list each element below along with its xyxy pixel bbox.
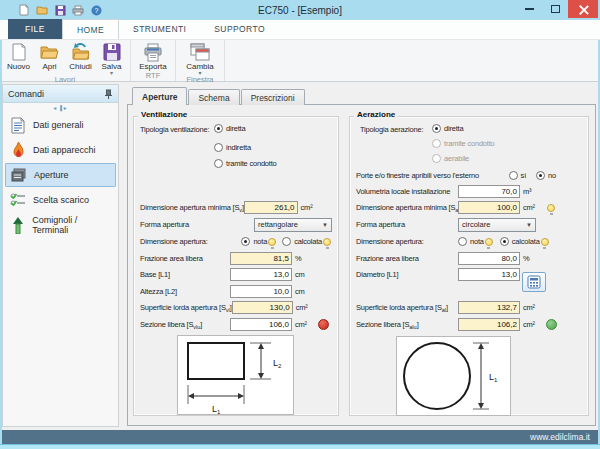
export-printer-icon bbox=[142, 42, 164, 62]
sidebar-item-dati-apparecchi[interactable]: Dati apparecchi bbox=[5, 138, 116, 162]
tab-file[interactable]: FILE bbox=[8, 19, 62, 39]
main-content: Aperture Schema Prescrizioni Ventilazion… bbox=[126, 82, 597, 427]
volumetria-input[interactable]: 70,0 bbox=[458, 185, 520, 198]
tab-schema[interactable]: Schema bbox=[188, 89, 239, 105]
unit-label: cm bbox=[292, 270, 318, 279]
tipologia-ventilazione-label: Tipologia ventilazione: bbox=[140, 125, 209, 134]
minimize-button[interactable] bbox=[516, 0, 542, 18]
radio-icon bbox=[458, 237, 467, 246]
sidebar-collapse-handle[interactable]: ◄▐► bbox=[3, 103, 118, 112]
field-label: Dimensione apertura: bbox=[356, 237, 458, 246]
sidebar-item-aperture[interactable]: Aperture bbox=[5, 163, 116, 187]
unit-label: cm² bbox=[298, 203, 321, 212]
frazione-area-libera-input[interactable]: 80,0 bbox=[458, 252, 520, 265]
statusbar-link[interactable]: www.edilclima.it bbox=[530, 432, 590, 442]
esporta-button[interactable]: Esporta bbox=[134, 41, 172, 71]
calculator-button[interactable] bbox=[522, 272, 546, 292]
document-lines-icon bbox=[9, 116, 27, 134]
diametro-input[interactable]: 13,0 bbox=[458, 268, 520, 281]
svg-text:L2: L2 bbox=[273, 358, 282, 369]
window-border-bottom bbox=[0, 444, 600, 449]
close-icon bbox=[579, 5, 588, 14]
pin-icon[interactable] bbox=[104, 85, 113, 103]
radio-aerazione-diretta[interactable]: diretta bbox=[432, 124, 463, 133]
tab-strumenti[interactable]: STRUMENTI bbox=[119, 19, 200, 39]
app-window: ? EC750 - [Esempio] FILE HOME STRUMENTI … bbox=[0, 0, 600, 449]
base-input[interactable]: 13,0 bbox=[230, 268, 292, 281]
circular-opening-diagram: L1 bbox=[396, 336, 511, 416]
radio-nota[interactable]: nota bbox=[241, 237, 267, 246]
content-tabstrip: Aperture Schema Prescrizioni bbox=[132, 87, 306, 105]
radio-icon bbox=[432, 154, 441, 163]
radio-aerazione-aerabile[interactable]: aerabile bbox=[432, 154, 469, 163]
radio-ventilazione-indiretta[interactable]: indiretta bbox=[214, 143, 251, 152]
hint-bulb-icon[interactable] bbox=[268, 238, 276, 246]
sidebar-item-comignoli[interactable]: Comignoli / Terminali bbox=[5, 213, 116, 237]
tab-aperture[interactable]: Aperture bbox=[132, 87, 187, 105]
forma-apertura-row: Forma apertura rettangolare▼ bbox=[140, 217, 332, 232]
base-row: Base [L1] 13,0 cm bbox=[140, 267, 332, 282]
radio-icon bbox=[241, 237, 250, 246]
sidebar-item-dati-generali[interactable]: Dati generali bbox=[5, 113, 116, 137]
unit-label: cm² bbox=[520, 320, 546, 329]
field-label: Base [L1] bbox=[140, 270, 230, 279]
radio-no[interactable]: no bbox=[536, 171, 556, 180]
chevron-down-icon: ▼ bbox=[526, 222, 532, 228]
dimensione-apertura-minima-input[interactable]: 261,0 bbox=[244, 201, 298, 214]
radio-nota[interactable]: nota bbox=[458, 237, 484, 246]
dimensione-apertura-minima-row: Dimensione apertura minima [Sa] 100,0 cm… bbox=[356, 200, 582, 215]
nuovo-button[interactable]: Nuovo bbox=[3, 41, 34, 71]
calculator-icon bbox=[527, 275, 541, 289]
hint-bulb-icon[interactable] bbox=[323, 238, 331, 246]
radio-si[interactable]: sì bbox=[509, 171, 526, 180]
tab-supporto[interactable]: SUPPORTO bbox=[200, 19, 279, 39]
ribbon: Nuovo Apri Chiudi bbox=[0, 40, 600, 82]
close-folder-icon bbox=[70, 42, 92, 62]
unit-label: cm² bbox=[293, 303, 319, 312]
field-label: Sezione libera [Salu] bbox=[356, 320, 458, 330]
radio-ventilazione-tramite-condotto[interactable]: tramite condotto bbox=[214, 159, 277, 168]
close-button[interactable] bbox=[568, 0, 598, 18]
forma-apertura-select[interactable]: rettangolare▼ bbox=[254, 218, 332, 232]
unit-label: % bbox=[292, 254, 318, 263]
sidebar-item-label: Scelta scarico bbox=[33, 195, 89, 205]
hint-bulb-icon[interactable] bbox=[541, 238, 549, 246]
tab-home[interactable]: HOME bbox=[62, 19, 119, 39]
stacked-documents-icon bbox=[10, 166, 28, 184]
aperture-tab-page: Ventilazione Tipologia ventilazione: dir… bbox=[127, 104, 596, 426]
field-label: Frazione area libera bbox=[356, 254, 458, 263]
altezza-input[interactable]: 10,0 bbox=[230, 285, 292, 298]
svg-text:L1: L1 bbox=[489, 372, 498, 383]
sezione-libera-input[interactable]: 106,0 bbox=[230, 318, 292, 331]
sidebar-item-scelta-scarico[interactable]: Scelta scarico bbox=[5, 188, 116, 212]
ribbon-group-lavori: Nuovo Apri Chiudi bbox=[0, 40, 131, 81]
dimensione-apertura-minima-input[interactable]: 100,0 bbox=[458, 201, 520, 214]
sezione-libera-input[interactable]: 106,2 bbox=[458, 318, 520, 331]
cambia-button[interactable]: Cambia ▾ bbox=[179, 41, 221, 75]
chimney-arrow-icon bbox=[9, 216, 26, 234]
radio-calcolata[interactable]: calcolata bbox=[500, 237, 540, 246]
superficie-lorda-input[interactable]: 132,7 bbox=[458, 301, 520, 314]
apri-button[interactable]: Apri bbox=[34, 41, 65, 71]
field-label: Dimensione apertura minima [Sv] bbox=[140, 203, 244, 213]
ventilazione-groupbox: Ventilazione Tipologia ventilazione: dir… bbox=[133, 116, 339, 416]
checklist-icon bbox=[9, 191, 27, 209]
unit-label: % bbox=[520, 254, 546, 263]
superficie-lorda-input[interactable]: 130,0 bbox=[232, 301, 293, 314]
frazione-area-libera-row: Frazione area libera 80,0 % bbox=[356, 251, 582, 266]
forma-apertura-select[interactable]: circolare▼ bbox=[458, 218, 536, 232]
new-file-icon bbox=[8, 42, 30, 62]
field-label: Superficie lorda apertura [Svl] bbox=[140, 303, 232, 313]
tab-prescrizioni[interactable]: Prescrizioni bbox=[241, 89, 305, 105]
field-label: Altezza [L2] bbox=[140, 287, 230, 296]
radio-calcolata[interactable]: calcolata bbox=[282, 237, 322, 246]
salva-button[interactable]: Salva ▾ bbox=[96, 41, 127, 75]
radio-aerazione-tramite-condotto[interactable]: tramite condotto bbox=[432, 139, 495, 148]
field-label: Forma apertura bbox=[356, 220, 458, 229]
hint-bulb-icon[interactable] bbox=[485, 238, 493, 246]
maximize-button[interactable] bbox=[542, 0, 568, 18]
radio-ventilazione-diretta[interactable]: diretta bbox=[214, 124, 245, 133]
chiudi-button[interactable]: Chiudi bbox=[65, 41, 96, 71]
frazione-area-libera-input[interactable]: 81,5 bbox=[230, 252, 292, 265]
hint-bulb-icon[interactable] bbox=[547, 204, 555, 212]
